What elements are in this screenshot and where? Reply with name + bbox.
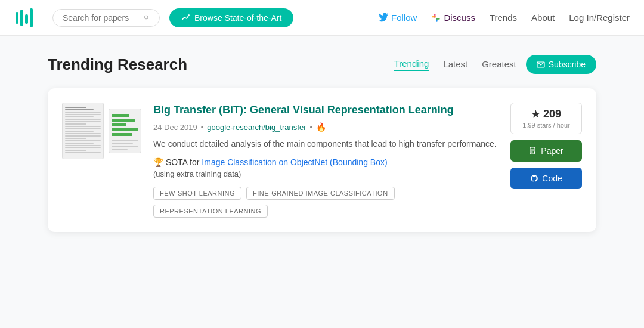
- sota-note: (using extra training data): [153, 169, 499, 178]
- main-content: Trending Research Trending Latest Greate…: [36, 36, 608, 251]
- browse-state-of-art-button[interactable]: Browse State-of-the-Art: [169, 8, 293, 27]
- nav-about[interactable]: About: [531, 13, 555, 23]
- subscribe-button[interactable]: Subscribe: [526, 55, 596, 74]
- tag-few-shot[interactable]: FEW-SHOT LEARNING: [153, 187, 242, 200]
- sota-link[interactable]: Image Classification on ObjectNet (Bound…: [202, 157, 387, 167]
- fire-icon: 🔥: [316, 122, 326, 132]
- preview-page-1: [62, 103, 104, 159]
- svg-line-5: [147, 18, 149, 20]
- svg-rect-1: [20, 10, 23, 26]
- paper-button[interactable]: Paper: [510, 140, 582, 162]
- nav-discuss[interactable]: Discuss: [431, 13, 475, 23]
- nav-login[interactable]: Log In/Register: [569, 13, 630, 23]
- tab-latest[interactable]: Latest: [443, 59, 467, 70]
- section-header: Trending Research Trending Latest Greate…: [48, 55, 596, 74]
- logo[interactable]: [14, 6, 38, 30]
- document-icon: [529, 147, 537, 155]
- paper-meta: 24 Dec 2019 • google-research/big_transf…: [153, 122, 499, 132]
- search-box: [52, 9, 160, 27]
- paper-repo[interactable]: google-research/big_transfer: [207, 123, 306, 132]
- paper-title[interactable]: Big Transfer (BiT): General Visual Repre…: [153, 103, 499, 117]
- logo-icon: [14, 6, 38, 30]
- svg-rect-2: [25, 14, 28, 24]
- tag-representation[interactable]: REPRESENTATION LEARNING: [153, 205, 268, 218]
- paper-abstract: We conduct detailed analysis of the main…: [153, 138, 499, 150]
- star-icon: ★: [531, 109, 540, 120]
- stars-per-hour: 1.99 stars / hour: [521, 122, 572, 129]
- search-input[interactable]: [63, 13, 140, 23]
- paper-preview: [62, 103, 141, 218]
- tab-trending[interactable]: Trending: [394, 58, 429, 71]
- nav-links: Follow Discuss Trends About Log In/Regis…: [379, 13, 630, 23]
- preview-page-2: [109, 109, 141, 153]
- paper-content: Big Transfer (BiT): General Visual Repre…: [153, 103, 499, 218]
- paper-card: Big Transfer (BiT): General Visual Repre…: [48, 88, 596, 232]
- svg-rect-8: [432, 16, 436, 17]
- tag-fine-grained[interactable]: FINE-GRAINED IMAGE CLASSIFICATION: [246, 187, 395, 200]
- paper-actions: ★ 209 1.99 stars / hour Paper: [510, 103, 582, 218]
- github-icon: [530, 174, 538, 182]
- nav-follow[interactable]: Follow: [379, 13, 417, 23]
- star-count-box: ★ 209 1.99 stars / hour: [510, 103, 582, 134]
- svg-point-4: [144, 16, 148, 19]
- chart-icon: [181, 13, 191, 23]
- section-title: Trending Research: [48, 55, 187, 74]
- tab-group: Trending Latest Greatest: [394, 58, 516, 71]
- tags-container: FEW-SHOT LEARNING FINE-GRAINED IMAGE CLA…: [153, 187, 499, 218]
- svg-rect-0: [16, 12, 18, 24]
- search-icon: [144, 13, 150, 23]
- trophy-icon: 🏆: [153, 157, 163, 167]
- email-icon: [537, 60, 545, 69]
- twitter-icon: [379, 13, 388, 23]
- nav-trends[interactable]: Trends: [490, 13, 517, 23]
- star-number: 209: [543, 108, 561, 120]
- code-button[interactable]: Code: [510, 168, 582, 189]
- svg-rect-9: [436, 18, 440, 19]
- slack-icon: [431, 13, 441, 23]
- sota-line: 🏆 SOTA for Image Classification on Objec…: [153, 157, 499, 167]
- svg-rect-3: [30, 8, 33, 27]
- tab-greatest[interactable]: Greatest: [482, 59, 516, 70]
- paper-date: 24 Dec 2019: [153, 123, 197, 132]
- sota-prefix: SOTA for: [166, 157, 200, 167]
